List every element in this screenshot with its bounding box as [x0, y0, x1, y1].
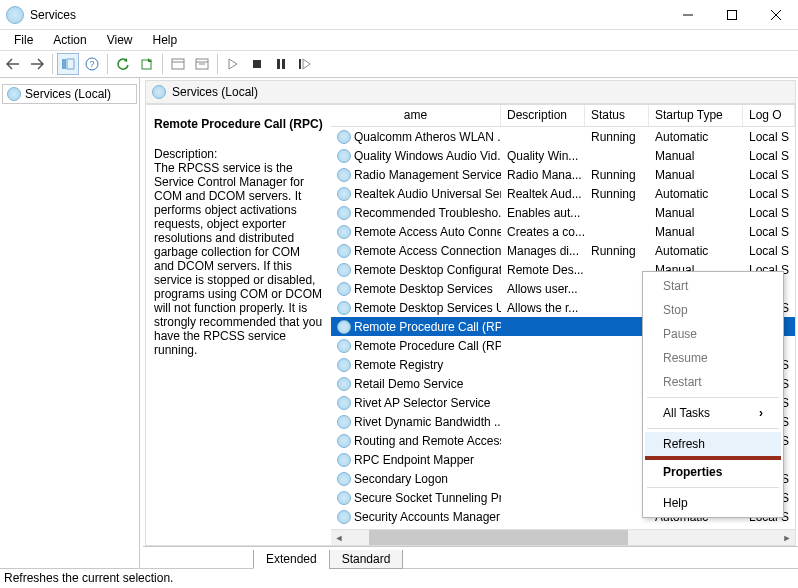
- ctx-help[interactable]: Help: [645, 491, 781, 515]
- nav-root-label: Services (Local): [25, 87, 111, 101]
- service-icon: [337, 263, 351, 277]
- service-logon: Local S: [743, 206, 795, 220]
- col-description[interactable]: Description: [501, 105, 585, 126]
- service-name: Remote Procedure Call (RP...: [354, 339, 501, 353]
- description-pane: Remote Procedure Call (RPC) Description:…: [146, 105, 331, 545]
- service-row[interactable]: Quality Windows Audio Vid...Quality Win.…: [331, 146, 795, 165]
- properties2-button[interactable]: [191, 53, 213, 75]
- menu-help[interactable]: Help: [143, 31, 188, 49]
- col-startup[interactable]: Startup Type: [649, 105, 743, 126]
- service-icon: [337, 396, 351, 410]
- service-name: Secondary Logon: [354, 472, 448, 486]
- service-desc: Realtek Aud...: [501, 187, 585, 201]
- service-icon: [337, 472, 351, 486]
- service-name: Remote Registry: [354, 358, 443, 372]
- service-logon: Local S: [743, 168, 795, 182]
- service-name: RPC Endpoint Mapper: [354, 453, 474, 467]
- horizontal-scrollbar[interactable]: ◄ ►: [331, 529, 795, 545]
- service-name: Remote Procedure Call (RPC: [354, 320, 501, 334]
- service-icon: [337, 434, 351, 448]
- menu-bar: File Action View Help: [0, 30, 798, 50]
- ctx-start[interactable]: Start: [645, 274, 781, 298]
- maximize-button[interactable]: [710, 0, 754, 30]
- svg-rect-9: [172, 59, 184, 69]
- service-row[interactable]: Remote Access Connection...Manages di...…: [331, 241, 795, 260]
- service-icon: [337, 206, 351, 220]
- nav-tree: Services (Local): [0, 78, 140, 568]
- service-icon: [337, 149, 351, 163]
- col-status[interactable]: Status: [585, 105, 649, 126]
- service-logon: Local S: [743, 244, 795, 258]
- service-icon: [337, 339, 351, 353]
- service-name: Realtek Audio Universal Ser...: [354, 187, 501, 201]
- window-title: Services: [30, 8, 666, 22]
- service-status: Running: [585, 130, 649, 144]
- app-icon: [6, 6, 24, 24]
- service-icon: [337, 510, 351, 524]
- service-row[interactable]: Remote Access Auto Conne...Creates a co.…: [331, 222, 795, 241]
- service-icon: [337, 415, 351, 429]
- pause-service-button[interactable]: [270, 53, 292, 75]
- ctx-pause[interactable]: Pause: [645, 322, 781, 346]
- menu-view[interactable]: View: [97, 31, 143, 49]
- services-icon: [152, 85, 166, 99]
- ctx-resume[interactable]: Resume: [645, 346, 781, 370]
- service-logon: Local S: [743, 187, 795, 201]
- service-name: Radio Management Service: [354, 168, 501, 182]
- ctx-stop[interactable]: Stop: [645, 298, 781, 322]
- service-name: Remote Desktop Configurat...: [354, 263, 501, 277]
- service-name: Security Accounts Manager: [354, 510, 500, 524]
- svg-rect-16: [282, 59, 285, 69]
- back-button[interactable]: [2, 53, 24, 75]
- service-startup: Manual: [649, 149, 743, 163]
- restart-service-button[interactable]: [294, 53, 316, 75]
- service-status: Running: [585, 168, 649, 182]
- help-icon[interactable]: ?: [81, 53, 103, 75]
- col-logon[interactable]: Log O: [743, 105, 795, 126]
- service-row[interactable]: Qualcomm Atheros WLAN ...RunningAutomati…: [331, 127, 795, 146]
- start-service-button[interactable]: [222, 53, 244, 75]
- menu-action[interactable]: Action: [43, 31, 96, 49]
- menu-file[interactable]: File: [4, 31, 43, 49]
- service-desc: Radio Mana...: [501, 168, 585, 182]
- minimize-button[interactable]: [666, 0, 710, 30]
- service-row[interactable]: Realtek Audio Universal Ser...Realtek Au…: [331, 184, 795, 203]
- toolbar: ?: [0, 50, 798, 78]
- services-icon: [7, 87, 21, 101]
- stop-service-button[interactable]: [246, 53, 268, 75]
- main: Services (Local) Remote Procedure Call (…: [140, 78, 798, 568]
- col-name[interactable]: ame: [331, 105, 501, 126]
- service-desc: Allows the r...: [501, 301, 585, 315]
- nav-root[interactable]: Services (Local): [2, 84, 137, 104]
- properties-button[interactable]: [167, 53, 189, 75]
- tab-extended[interactable]: Extended: [253, 550, 330, 569]
- ctx-restart[interactable]: Restart: [645, 370, 781, 394]
- close-button[interactable]: [754, 0, 798, 30]
- ctx-refresh[interactable]: Refresh: [645, 432, 781, 456]
- content: Remote Procedure Call (RPC) Description:…: [145, 104, 796, 546]
- service-desc: Manages di...: [501, 244, 585, 258]
- svg-rect-5: [67, 59, 74, 69]
- service-status: Running: [585, 244, 649, 258]
- ctx-properties[interactable]: Properties: [645, 460, 781, 484]
- export-button[interactable]: [136, 53, 158, 75]
- column-headers: ame Description Status Startup Type Log …: [331, 105, 795, 127]
- service-row[interactable]: Recommended Troublesho...Enables aut...M…: [331, 203, 795, 222]
- svg-rect-17: [299, 59, 301, 69]
- body: Services (Local) Services (Local) Remote…: [0, 78, 798, 568]
- service-desc: Enables aut...: [501, 206, 585, 220]
- service-name: Remote Desktop Services U...: [354, 301, 501, 315]
- service-icon: [337, 187, 351, 201]
- refresh-button[interactable]: [112, 53, 134, 75]
- service-row[interactable]: Radio Management ServiceRadio Mana...Run…: [331, 165, 795, 184]
- service-desc: Remote Des...: [501, 263, 585, 277]
- service-desc: Quality Win...: [501, 149, 585, 163]
- service-startup: Automatic: [649, 187, 743, 201]
- show-hide-tree-button[interactable]: [57, 53, 79, 75]
- service-logon: Local S: [743, 149, 795, 163]
- ctx-all-tasks[interactable]: All Tasks: [645, 401, 781, 425]
- service-name: Recommended Troublesho...: [354, 206, 501, 220]
- tab-standard[interactable]: Standard: [329, 550, 404, 569]
- forward-button[interactable]: [26, 53, 48, 75]
- service-name: Routing and Remote Access: [354, 434, 501, 448]
